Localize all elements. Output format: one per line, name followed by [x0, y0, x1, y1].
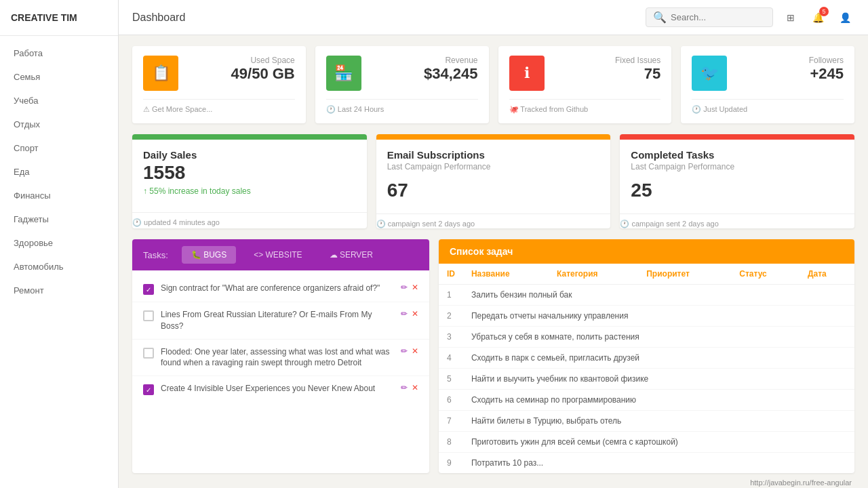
sidebar-item-Здоровье[interactable]: Здоровье — [0, 231, 118, 255]
sidebar-item-Работа[interactable]: Работа — [0, 41, 118, 65]
sidebar-item-Семья[interactable]: Семья — [0, 65, 118, 89]
stat-value-2: 75 — [615, 65, 660, 83]
stat-footer-text-3: 🕐 Just Updated — [692, 105, 747, 114]
notification-bell-button[interactable]: 🔔 5 — [808, 8, 827, 27]
stat-icon-1: 🏪 — [326, 56, 361, 91]
task-checkbox-3[interactable]: ✓ — [143, 384, 154, 395]
sidebar-item-Спорт[interactable]: Спорт — [0, 136, 118, 160]
sidebar-item-Еда[interactable]: Еда — [0, 160, 118, 184]
task-edit-2[interactable]: ✏ — [401, 346, 408, 356]
progress-card-1: Email Subscriptions Last Campaign Perfor… — [376, 134, 611, 228]
search-icon: 🔍 — [653, 11, 667, 24]
table-cell-name-7: Приготовить ужин для всей семьи (семга с… — [463, 432, 854, 453]
task-item-3: ✓ Create 4 Invisible User Experiences yo… — [132, 376, 429, 402]
sidebar-nav: РаботаСемьяУчебаОтдыхСпортЕдаФинансыГадж… — [0, 36, 118, 308]
task-text-2: Flooded: One year later, assessing what … — [161, 346, 394, 369]
task-text-3: Create 4 Invisible User Experiences you … — [161, 383, 394, 394]
stat-info-0: Used Space 49/50 GB — [231, 56, 295, 83]
task-table: IDНазваниеКатегорияПриоритетСтатусДата1З… — [439, 264, 854, 473]
sidebar-brand: CREATIVE TIM — [0, 0, 118, 36]
stat-info-2: Fixed Issues 75 — [615, 56, 660, 83]
search-box: 🔍 — [646, 7, 773, 27]
table-header-Категория: Категория — [549, 264, 638, 285]
table-cell-id-3: 4 — [439, 348, 463, 369]
progress-footer-text-2: 🕐 campaign sent 2 days ago — [620, 220, 718, 228]
stat-card-2: ℹ Fixed Issues 75 🐙 Tracked from Github — [498, 46, 672, 123]
task-delete-3[interactable]: ✕ — [412, 383, 418, 392]
sidebar: CREATIVE TIM РаботаСемьяУчебаОтдыхСпортЕ… — [0, 0, 119, 488]
table-cell-id-5: 6 — [439, 390, 463, 411]
content-area: 📋 Used Space 49/50 GB ⚠ Get More Space..… — [119, 35, 868, 488]
table-header-Статус: Статус — [731, 264, 800, 285]
progress-stat-value-0: 1558 — [143, 162, 356, 184]
task-actions-1: ✏ ✕ — [401, 309, 418, 319]
table-cell-name-1: Передать отчеты начальнику управления — [463, 306, 854, 327]
task-edit-0[interactable]: ✏ — [401, 283, 408, 292]
stat-info-1: Revenue $34,245 — [424, 56, 478, 83]
sidebar-item-Автомобиль[interactable]: Автомобиль — [0, 255, 118, 279]
user-profile-button[interactable]: 👤 — [835, 8, 854, 27]
sidebar-item-Отдых[interactable]: Отдых — [0, 113, 118, 136]
table-cell-id-8: 9 — [439, 453, 463, 474]
table-row: 9Потратить 10 раз... — [439, 453, 854, 474]
task-checkbox-1[interactable] — [143, 310, 154, 321]
progress-title-2: Completed Tasks — [631, 149, 844, 161]
stat-card-3: 🐦 Followers +245 🕐 Just Updated — [681, 46, 854, 123]
task-checkbox-2[interactable] — [143, 348, 154, 359]
stat-value-0: 49/50 GB — [231, 65, 295, 83]
stat-icon-2: ℹ — [509, 56, 545, 91]
progress-sub-2: Last Campaign Performance — [631, 162, 844, 171]
task-list: ✓ Sign contract for "What are conference… — [132, 270, 429, 407]
table-row: 8Приготовить ужин для всей семьи (семга … — [439, 432, 854, 453]
sidebar-item-Финансы[interactable]: Финансы — [0, 184, 118, 207]
table-cell-id-6: 7 — [439, 411, 463, 432]
task-item-0: ✓ Sign contract for "What are conference… — [132, 276, 429, 302]
task-tab-website[interactable]: <> WEBSITE — [244, 246, 311, 264]
stat-label-1: Revenue — [424, 56, 478, 65]
task-actions-0: ✏ ✕ — [401, 283, 418, 292]
table-row: 4Сходить в парк с семьей, пригласить дру… — [439, 348, 854, 369]
stat-value-3: +245 — [809, 65, 844, 83]
task-text-0: Sign contract for "What are conference o… — [161, 283, 394, 294]
progress-card-2: Completed Tasks Last Campaign Performanc… — [620, 134, 854, 228]
table-cell-id-2: 3 — [439, 327, 463, 348]
table-cell-name-0: Залить бензин полный бак — [463, 285, 854, 306]
stat-label-3: Followers — [809, 56, 844, 65]
stat-footer-1: 🕐 Last 24 Hours — [326, 99, 478, 114]
table-cell-name-5: Сходить на семинар по программированию — [463, 390, 854, 411]
task-text-1: Lines From Great Russian Literature? Or … — [161, 309, 394, 332]
grid-icon-button[interactable]: ⊞ — [781, 8, 800, 27]
page-title: Dashboard — [132, 12, 185, 24]
task-checkbox-0[interactable]: ✓ — [143, 284, 154, 295]
task-item-2: Flooded: One year later, assessing what … — [132, 340, 429, 377]
progress-footer-1: 🕐 campaign sent 2 days ago — [376, 214, 611, 228]
task-edit-1[interactable]: ✏ — [401, 309, 408, 319]
stat-icon-0: 📋 — [143, 56, 178, 91]
progress-bar-0 — [132, 134, 367, 140]
task-delete-2[interactable]: ✕ — [412, 346, 418, 356]
task-item-1: Lines From Great Russian Literature? Or … — [132, 302, 429, 340]
stat-footer-text-1: 🕐 Last 24 Hours — [326, 105, 384, 114]
search-input[interactable] — [671, 12, 766, 22]
progress-footer-text-0: 🕐 updated 4 minutes ago — [132, 218, 220, 227]
task-delete-0[interactable]: ✕ — [412, 283, 418, 292]
stat-card-header-0: 📋 Used Space 49/50 GB — [143, 56, 295, 91]
task-tab-bugs[interactable]: 🐛 BUGS — [182, 246, 236, 264]
sidebar-item-Учеба[interactable]: Учеба — [0, 89, 118, 113]
table-header-Приоритет: Приоритет — [638, 264, 731, 285]
main-content: Dashboard 🔍 ⊞ 🔔 5 👤 📋 Used Space 49/50 G… — [119, 0, 868, 488]
table-cell-name-6: Найти билеты в Турцию, выбрать отель — [463, 411, 854, 432]
sidebar-item-Ремонт[interactable]: Ремонт — [0, 279, 118, 302]
stat-info-3: Followers +245 — [809, 56, 844, 83]
sidebar-item-Гаджеты[interactable]: Гаджеты — [0, 207, 118, 231]
task-edit-3[interactable]: ✏ — [401, 383, 408, 392]
stat-footer-text-2: 🐙 Tracked from Github — [509, 105, 589, 114]
task-tab-server[interactable]: ☁ SERVER — [320, 246, 382, 264]
progress-footer-0: 🕐 updated 4 minutes ago — [132, 212, 367, 227]
stat-footer-2: 🐙 Tracked from Github — [509, 99, 661, 114]
progress-card-0: Daily Sales 1558 ↑ 55% increase in today… — [132, 134, 367, 228]
stat-footer-0: ⚠ Get More Space... — [143, 99, 295, 114]
task-delete-1[interactable]: ✕ — [412, 309, 418, 319]
progress-footer-text-1: 🕐 campaign sent 2 days ago — [376, 220, 475, 228]
progress-stat-desc-0: ↑ 55% increase in today sales — [143, 186, 356, 196]
